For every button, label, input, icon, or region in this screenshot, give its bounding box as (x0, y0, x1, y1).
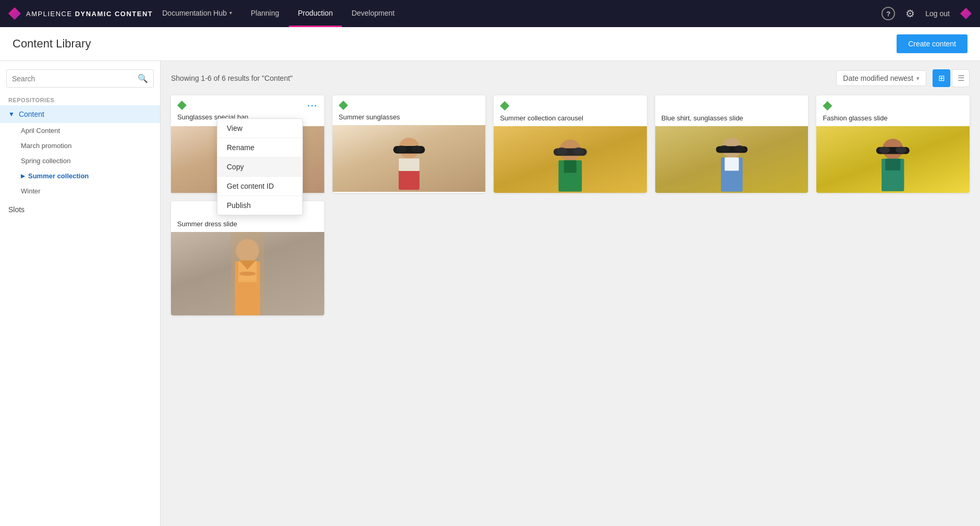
card-header-5: ··· (816, 95, 970, 114)
sidebar-child-winter-label: Winter (21, 187, 41, 195)
sort-dropdown[interactable]: Date modified newest ▾ (836, 70, 926, 86)
card-summer-dress[interactable]: ··· Summer dress slide (171, 201, 324, 315)
content-area: Showing 1-6 of 6 results for "Content" D… (161, 61, 980, 526)
create-content-button[interactable]: Create content (897, 34, 967, 53)
top-nav: AMPLIENCE DYNAMIC CONTENT Documentation … (0, 0, 980, 27)
nav-right: ? ⚙ Log out (881, 7, 972, 20)
sidebar-child-spring-collection[interactable]: Spring collection (0, 153, 160, 168)
repositories-label: Repositories (0, 95, 160, 105)
sidebar-child-april-content[interactable]: April Content (0, 123, 160, 138)
card-image-5 (816, 126, 970, 193)
sidebar: 🔍 Repositories ▼ Content April Content M… (0, 61, 161, 526)
card-status-icon-3 (500, 101, 509, 111)
brand-amplience: AMPLIENCE (26, 10, 72, 18)
card-header-3: ··· (494, 95, 647, 114)
card-title-5: Fashion glasses slide (816, 114, 970, 126)
brand-logo-diamond (8, 7, 21, 20)
card-header-1: ··· (171, 95, 324, 113)
settings-icon[interactable]: ⚙ (905, 7, 915, 20)
card-status-icon-2 (339, 101, 348, 110)
card-title-3: Summer collection carousel (494, 114, 647, 126)
svg-point-36 (239, 272, 256, 276)
sidebar-item-content[interactable]: ▼ Content (0, 105, 160, 123)
help-icon[interactable]: ? (881, 7, 895, 20)
sidebar-child-march-promotion[interactable]: March promotion (0, 138, 160, 153)
sidebar-child-april-label: April Content (21, 127, 60, 134)
svg-point-12 (396, 145, 406, 152)
card-menu-button-1[interactable]: ··· (307, 101, 317, 110)
nav-item-production-label: Production (298, 9, 333, 17)
svg-point-19 (573, 148, 584, 155)
card-image-6 (171, 232, 324, 315)
card-title-2: Summer sunglasses (333, 113, 486, 125)
context-menu: View Rename Copy Get content ID Publish (217, 118, 303, 215)
sidebar-child-summer-collection[interactable]: ▶ Summer collection (0, 168, 160, 184)
page-header: Content Library Create content (0, 27, 980, 61)
nav-item-planning-label: Planning (251, 9, 279, 17)
sort-label: Date modified newest (843, 74, 913, 82)
nav-diamond-icon[interactable] (960, 8, 972, 19)
sidebar-slots-label: Slots (8, 205, 24, 214)
svg-point-31 (896, 146, 907, 153)
card-image-2 (333, 125, 486, 192)
brand-dynamic: DYNAMIC CONTENT (75, 10, 153, 18)
svg-rect-28 (886, 158, 901, 170)
search-box[interactable]: 🔍 (6, 69, 154, 88)
nav-item-development-label: Development (351, 9, 395, 17)
dropdown-arrow-icon: ▾ (229, 10, 232, 16)
card-title-6: Summer dress slide (171, 220, 324, 232)
svg-rect-10 (398, 158, 419, 171)
svg-point-33 (236, 239, 259, 263)
list-view-button[interactable]: ☰ (952, 69, 970, 87)
card-status-spacer-6 (177, 207, 187, 216)
results-text: Showing 1-6 of 6 results for "Content" (171, 74, 292, 82)
svg-point-13 (411, 145, 421, 152)
context-menu-item-rename[interactable]: Rename (217, 138, 302, 157)
card-sunglasses-special[interactable]: ··· Sunglasses special ban... (171, 95, 324, 193)
card-status-icon-5 (823, 101, 832, 111)
nav-items: Documentation Hub ▾ Planning Production … (153, 0, 881, 27)
context-menu-item-get-content-id[interactable]: Get content ID (217, 176, 302, 195)
sidebar-child-summer-label: Summer collection (28, 172, 89, 180)
card-image-3 (494, 126, 647, 193)
sort-dropdown-arrow-icon: ▾ (916, 75, 920, 82)
svg-rect-16 (564, 161, 577, 173)
sidebar-child-march-label: March promotion (21, 142, 72, 150)
card-image-4 (655, 126, 808, 193)
card-blue-shirt[interactable]: ··· Blue shirt, sunglasses slide (655, 95, 808, 193)
page-title: Content Library (13, 37, 91, 51)
card-title-4: Blue shirt, sunglasses slide (655, 114, 808, 126)
results-controls: Date modified newest ▾ ⊞ ☰ (836, 69, 970, 87)
results-bar: Showing 1-6 of 6 results for "Content" D… (171, 69, 970, 87)
sidebar-active-arrow-icon: ▶ (21, 173, 25, 179)
grid-view-button[interactable]: ⊞ (933, 69, 950, 87)
card-summer-sunglasses[interactable]: ··· Summer sunglasses (333, 95, 486, 193)
card-summer-collection-carousel[interactable]: ··· Summer collection carousel (494, 95, 647, 193)
nav-item-planning[interactable]: Planning (241, 0, 289, 27)
chevron-down-icon: ▼ (8, 111, 15, 118)
card-header-2: ··· (333, 95, 486, 113)
card-header-4: ··· (655, 95, 808, 114)
cards-grid-row1: ··· Sunglasses special ban... (171, 95, 970, 193)
search-icon: 🔍 (138, 74, 148, 83)
context-menu-item-copy[interactable]: Copy (217, 157, 302, 176)
svg-point-18 (557, 148, 568, 155)
nav-item-documentation[interactable]: Documentation Hub ▾ (153, 0, 241, 27)
card-fashion-glasses[interactable]: ··· Fashion glasses slide (816, 95, 970, 193)
logout-button[interactable]: Log out (925, 9, 950, 18)
card-status-spacer-4 (662, 101, 671, 111)
svg-point-25 (734, 145, 744, 152)
svg-point-24 (719, 145, 729, 152)
brand[interactable]: AMPLIENCE DYNAMIC CONTENT (8, 7, 153, 20)
sidebar-item-slots[interactable]: Slots (0, 201, 160, 218)
search-input[interactable] (12, 75, 138, 83)
nav-item-documentation-label: Documentation Hub (162, 9, 227, 17)
nav-item-production[interactable]: Production (289, 0, 342, 27)
context-menu-item-publish[interactable]: Publish (217, 195, 302, 215)
sidebar-child-winter[interactable]: Winter (0, 184, 160, 199)
cards-grid-row2: ··· Summer dress slide (171, 201, 970, 315)
context-menu-item-view[interactable]: View (217, 119, 302, 138)
nav-item-development[interactable]: Development (342, 0, 404, 27)
svg-rect-22 (725, 157, 739, 171)
card-status-icon-1 (177, 101, 187, 110)
